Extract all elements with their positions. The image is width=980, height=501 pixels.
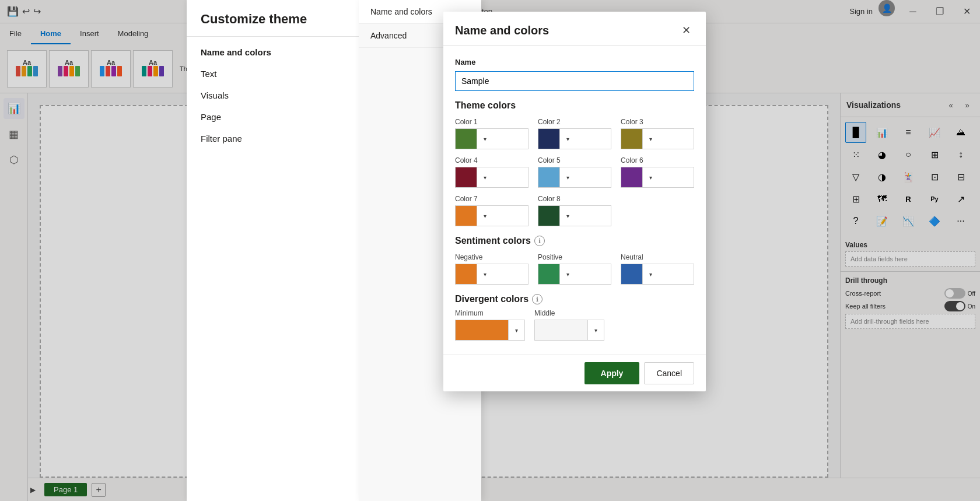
divergent-mid-swatch <box>535 320 587 340</box>
color-1-label: Color 1 <box>455 118 528 126</box>
positive-label: Positive <box>538 253 611 261</box>
color-8-swatch <box>538 206 559 226</box>
divergent-min-label: Minimum <box>455 309 525 317</box>
neutral-swatch <box>621 264 642 284</box>
positive-dropdown[interactable]: ▾ <box>559 264 576 284</box>
color-item-1: Color 1 ▾ <box>455 118 528 149</box>
negative-swatch <box>456 264 477 284</box>
color-5-label: Color 5 <box>538 156 611 164</box>
neutral-label: Neutral <box>621 253 694 261</box>
dialog-body: Name Theme colors Color 1 ▾ Color 2 ▾ <box>443 46 706 355</box>
divergent-mid: Middle ▾ <box>534 309 604 341</box>
cancel-button[interactable]: Cancel <box>644 362 694 384</box>
neutral-dropdown[interactable]: ▾ <box>642 264 659 284</box>
main-dialog: Name and colors ✕ Name Theme colors Colo… <box>443 12 706 391</box>
apply-button[interactable]: Apply <box>584 362 640 384</box>
sentiment-info-icon[interactable]: ℹ <box>534 236 545 246</box>
dialog-footer: Apply Cancel <box>443 355 706 391</box>
color-5-swatch <box>538 167 559 187</box>
neutral-picker[interactable]: ▾ <box>621 264 694 285</box>
customize-theme-panel: Customize theme Name and colors Text Vis… <box>187 0 359 501</box>
color-5-picker[interactable]: ▾ <box>538 167 611 188</box>
divergent-grid: Minimum ▾ Middle ▾ <box>455 309 694 341</box>
color-6-picker[interactable]: ▾ <box>621 167 694 188</box>
negative-dropdown[interactable]: ▾ <box>477 264 493 284</box>
color-item-4: Color 4 ▾ <box>455 156 528 188</box>
color-6-swatch <box>621 167 642 187</box>
theme-name-input[interactable] <box>455 71 694 91</box>
sentiment-header: Sentiment colors ℹ <box>455 236 694 246</box>
color-1-picker[interactable]: ▾ <box>455 128 528 149</box>
name-section-label: Name <box>455 58 694 66</box>
color-3-label: Color 3 <box>621 118 694 126</box>
dialog-close-button[interactable]: ✕ <box>678 22 694 38</box>
negative-label: Negative <box>455 253 528 261</box>
divergent-info-icon[interactable]: ℹ <box>532 294 542 304</box>
color-4-picker[interactable]: ▾ <box>455 167 528 188</box>
color-2-picker[interactable]: ▾ <box>538 128 611 149</box>
color-item-6: Color 6 ▾ <box>621 156 694 188</box>
color-4-label: Color 4 <box>455 156 528 164</box>
theme-colors-grid: Color 1 ▾ Color 2 ▾ Color 3 ▾ <box>455 118 694 226</box>
color-3-swatch <box>621 129 642 149</box>
color-7-picker[interactable]: ▾ <box>455 205 528 226</box>
divergent-min-swatch <box>456 320 508 340</box>
color-3-dropdown[interactable]: ▾ <box>642 129 659 149</box>
customize-theme-title: Customize theme <box>187 0 359 37</box>
nav-name-and-colors[interactable]: Name and colors <box>187 41 359 63</box>
color-5-dropdown[interactable]: ▾ <box>559 167 576 187</box>
sentiment-title: Sentiment colors <box>455 236 531 246</box>
color-6-dropdown[interactable]: ▾ <box>642 167 659 187</box>
color-item-7: Color 7 ▾ <box>455 195 528 226</box>
nav-visuals[interactable]: Visuals <box>187 85 359 106</box>
divergent-header: Divergent colors ℹ <box>455 294 694 304</box>
color-item-3: Color 3 ▾ <box>621 118 694 149</box>
color-1-swatch <box>456 129 477 149</box>
color-6-label: Color 6 <box>621 156 694 164</box>
color-item-8: Color 8 ▾ <box>538 195 611 226</box>
nav-filter-pane[interactable]: Filter pane <box>187 128 359 149</box>
dialog-header: Name and colors ✕ <box>443 12 706 46</box>
divergent-mid-label: Middle <box>534 309 604 317</box>
positive-swatch <box>538 264 559 284</box>
color-7-label: Color 7 <box>455 195 528 203</box>
color-4-swatch <box>456 167 477 187</box>
nav-text[interactable]: Text <box>187 63 359 85</box>
positive-picker[interactable]: ▾ <box>538 264 611 285</box>
divergent-min-dropdown[interactable]: ▾ <box>508 320 524 340</box>
sentiment-grid: Negative ▾ Positive ▾ Neutral ▾ <box>455 253 694 285</box>
color-2-swatch <box>538 129 559 149</box>
color-item-5: Color 5 ▾ <box>538 156 611 188</box>
color-2-dropdown[interactable]: ▾ <box>559 129 576 149</box>
color-7-dropdown[interactable]: ▾ <box>477 206 493 226</box>
color-2-label: Color 2 <box>538 118 611 126</box>
dialog-title: Name and colors <box>455 24 549 37</box>
color-8-label: Color 8 <box>538 195 611 203</box>
divergent-min-picker[interactable]: ▾ <box>455 320 525 341</box>
color-8-dropdown[interactable]: ▾ <box>559 206 576 226</box>
sentiment-neutral: Neutral ▾ <box>621 253 694 285</box>
divergent-min: Minimum ▾ <box>455 309 525 341</box>
divergent-mid-dropdown[interactable]: ▾ <box>587 320 604 340</box>
color-item-2: Color 2 ▾ <box>538 118 611 149</box>
sentiment-positive: Positive ▾ <box>538 253 611 285</box>
divergent-title: Divergent colors <box>455 294 528 304</box>
color-3-picker[interactable]: ▾ <box>621 128 694 149</box>
sentiment-negative: Negative ▾ <box>455 253 528 285</box>
theme-colors-title: Theme colors <box>455 100 694 111</box>
color-8-picker[interactable]: ▾ <box>538 205 611 226</box>
divergent-mid-picker[interactable]: ▾ <box>534 320 604 341</box>
color-1-dropdown[interactable]: ▾ <box>477 129 493 149</box>
nav-page[interactable]: Page <box>187 106 359 128</box>
color-4-dropdown[interactable]: ▾ <box>477 167 493 187</box>
negative-picker[interactable]: ▾ <box>455 264 528 285</box>
color-7-swatch <box>456 206 477 226</box>
customize-nav: Name and colors Text Visuals Page Filter… <box>187 37 359 501</box>
